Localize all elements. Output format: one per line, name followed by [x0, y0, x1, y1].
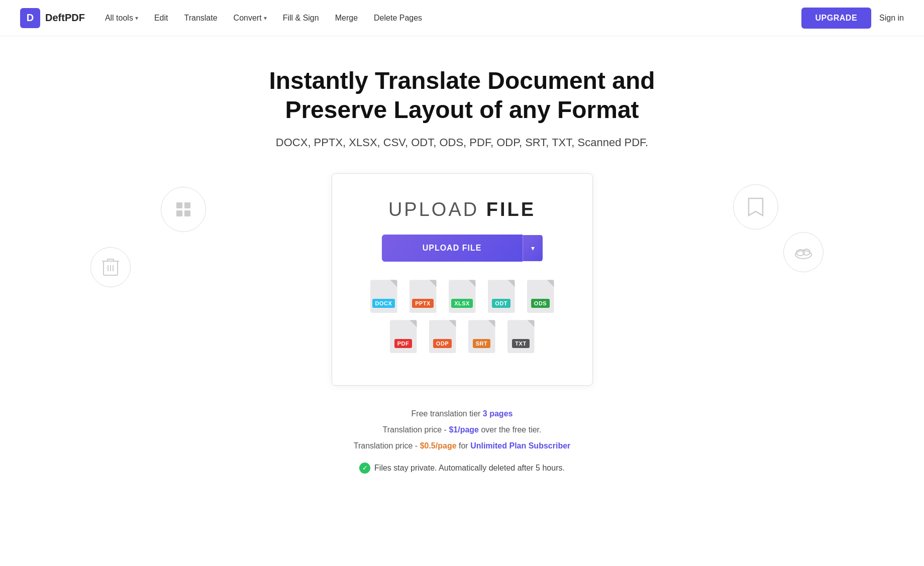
- nav-item-fillsign[interactable]: Fill & Sign: [277, 10, 325, 27]
- unlimited-info: Translation price - $0.5/page for Unlimi…: [354, 438, 571, 454]
- shield-icon: ✓: [359, 463, 370, 474]
- logo-name: DeftPDF: [45, 12, 85, 24]
- nav-right: UPGRADE Sign in: [801, 8, 904, 29]
- upgrade-button[interactable]: UPGRADE: [801, 8, 872, 29]
- svg-rect-0: [176, 202, 182, 208]
- deco-delete-circle: [90, 247, 131, 287]
- deco-bookmark-circle: [733, 184, 778, 230]
- upload-dropdown-button[interactable]: ▾: [523, 235, 543, 261]
- list-item: ODT: [485, 280, 518, 313]
- nav-item-convert[interactable]: Convert ▾: [228, 10, 273, 27]
- file-icons-row2: PDF ODP SRT TXT: [387, 320, 537, 353]
- list-item: DOCX: [368, 280, 400, 313]
- upload-file-button[interactable]: UPLOAD FILE: [382, 235, 523, 262]
- info-section: Free translation tier 3 pages Translatio…: [354, 406, 571, 476]
- srt-icon: SRT: [468, 320, 495, 353]
- privacy-text: Files stay private. Automatically delete…: [374, 460, 565, 476]
- logo-area[interactable]: D DeftPDF: [20, 8, 85, 28]
- deco-cloud-circle: [783, 232, 824, 272]
- xlsx-icon: XLSX: [449, 280, 476, 313]
- navbar: D DeftPDF All tools ▾ Edit Translate Con…: [0, 0, 924, 36]
- list-item: PPTX: [407, 280, 439, 313]
- upload-title: UPLOAD FILE: [388, 199, 536, 220]
- signin-link[interactable]: Sign in: [879, 14, 904, 23]
- nav-item-translate[interactable]: Translate: [178, 10, 224, 27]
- pdf-icon: PDF: [390, 320, 417, 353]
- nav-item-alltools[interactable]: All tools ▾: [99, 10, 144, 27]
- ods-icon: ODS: [527, 280, 554, 313]
- unlimited-plan-link[interactable]: Unlimited Plan Subscriber: [470, 441, 570, 450]
- odt-icon: ODT: [488, 280, 515, 313]
- svg-rect-3: [184, 210, 190, 216]
- list-item: ODS: [525, 280, 557, 313]
- list-item: SRT: [466, 320, 498, 353]
- list-item: XLSX: [446, 280, 478, 313]
- page-subtitle: DOCX, PPTX, XLSX, CSV, ODT, ODS, PDF, OD…: [276, 136, 648, 149]
- upload-button-wrapper: UPLOAD FILE ▾: [382, 235, 543, 262]
- svg-rect-9: [108, 259, 114, 261]
- nav-links: All tools ▾ Edit Translate Convert ▾ Fil…: [99, 10, 797, 27]
- chevron-down-icon: ▾: [135, 15, 138, 22]
- price-value: $1/page: [449, 425, 479, 434]
- main-content: Instantly Translate Document and Preserv…: [0, 36, 924, 496]
- docx-icon: DOCX: [370, 280, 397, 313]
- free-tier-info: Free translation tier 3 pages: [354, 406, 571, 422]
- list-item: PDF: [387, 320, 420, 353]
- page-title: Instantly Translate Document and Preserv…: [236, 66, 688, 124]
- unlimited-price-value: $0.5/page: [420, 441, 457, 450]
- file-icons-row1: DOCX PPTX XLSX ODT ODS: [368, 280, 557, 313]
- svg-rect-1: [184, 202, 190, 208]
- list-item: ODP: [427, 320, 459, 353]
- upload-section: UPLOAD FILE UPLOAD FILE ▾ DOCX PPTX: [332, 173, 593, 386]
- svg-rect-2: [176, 210, 182, 216]
- odp-icon: ODP: [429, 320, 456, 353]
- free-tier-link[interactable]: 3 pages: [483, 409, 513, 418]
- chevron-down-icon-convert: ▾: [264, 15, 267, 22]
- nav-item-deletepages[interactable]: Delete Pages: [368, 10, 428, 27]
- txt-icon: TXT: [507, 320, 535, 353]
- deco-grid-circle: [161, 187, 206, 232]
- logo-icon: D: [20, 8, 40, 28]
- chevron-down-icon-upload: ▾: [531, 244, 535, 252]
- price-info: Translation price - $1/page over the fre…: [354, 422, 571, 438]
- pptx-icon: PPTX: [409, 280, 437, 313]
- nav-item-merge[interactable]: Merge: [329, 10, 364, 27]
- privacy-note: ✓ Files stay private. Automatically dele…: [354, 460, 571, 476]
- nav-item-edit[interactable]: Edit: [148, 10, 174, 27]
- list-item: TXT: [505, 320, 537, 353]
